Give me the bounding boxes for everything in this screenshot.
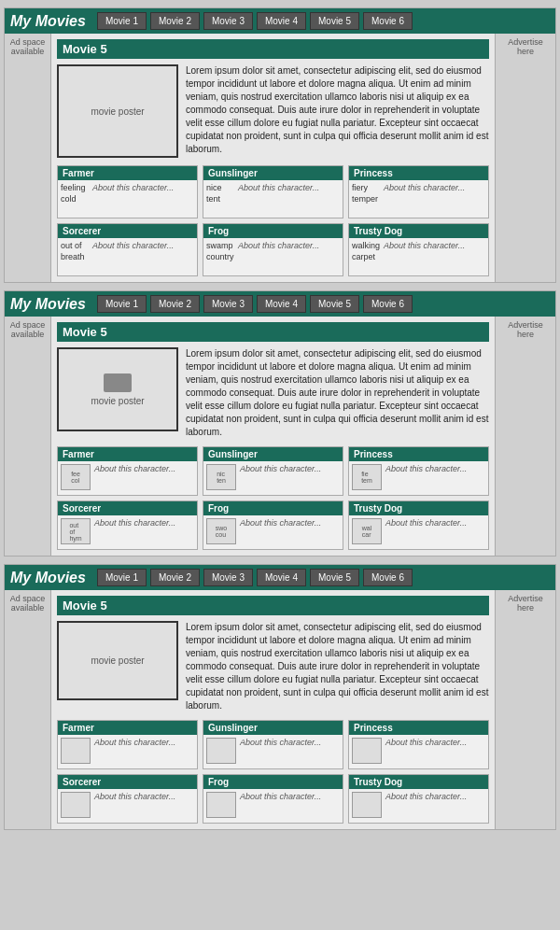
- char-about-trustydog-3[interactable]: About this character...: [385, 792, 485, 801]
- char-card-farmer-3: Farmer About this character...: [57, 720, 198, 769]
- char-img-princess-2: fietem: [352, 464, 382, 490]
- nav-bar-3: My Movies Movie 1 Movie 2 Movie 3 Movie …: [5, 565, 555, 590]
- char-about-trustydog-2[interactable]: About this character...: [385, 518, 485, 528]
- char-card-princess-1: Princess fierytemper About this characte…: [348, 165, 489, 218]
- char-about-sorcerer-2[interactable]: About this character...: [94, 518, 194, 528]
- movie-detail-1: movie poster Lorem ipsum dolor sit amet,…: [57, 64, 489, 158]
- char-trait-farmer-1: feelingcold: [61, 183, 89, 204]
- ad-left-1: Ad space available: [5, 34, 51, 282]
- char-body-trustydog-3: About this character...: [349, 789, 488, 823]
- char-body-trustydog-2: walcar About this character...: [349, 515, 488, 549]
- nav-bar-2: My Movies Movie 1 Movie 2 Movie 3 Movie …: [5, 291, 555, 317]
- char-body-gunslinger-3: About this character...: [203, 735, 343, 768]
- char-trait-sorcerer-1: out ofbreath: [61, 241, 89, 262]
- char-about-sorcerer-1[interactable]: About this character...: [92, 241, 194, 250]
- char-header-frog-3: Frog: [203, 775, 343, 789]
- char-body-sorcerer-1: out ofbreath About this character...: [58, 238, 197, 275]
- char-card-frog-2: Frog swocou About this character...: [203, 500, 343, 550]
- main-area-3: Movie 5 movie poster Lorem ipsum dolor s…: [51, 590, 495, 829]
- char-body-princess-2: fietem About this character...: [349, 461, 488, 495]
- movie-poster-3: movie poster: [57, 621, 178, 700]
- poster-icon-2: [104, 373, 132, 392]
- tab-movie2-1[interactable]: Movie 2: [150, 12, 200, 30]
- char-about-farmer-2[interactable]: About this character...: [94, 464, 194, 473]
- tab-movie2-3[interactable]: Movie 2: [150, 569, 200, 586]
- char-img-princess-3: [352, 738, 382, 764]
- char-trait-trustydog-1: walkingcarpet: [352, 241, 380, 262]
- char-body-trustydog-1: walkingcarpet About this character...: [349, 238, 488, 275]
- char-card-gunslinger-3: Gunslinger About this character...: [203, 720, 343, 769]
- char-about-frog-3[interactable]: About this character...: [240, 792, 340, 801]
- tab-movie2-2[interactable]: Movie 2: [150, 295, 200, 313]
- char-card-trustydog-3: Trusty Dog About this character...: [348, 774, 489, 824]
- char-img-frog-2: swocou: [206, 518, 236, 544]
- char-about-frog-2[interactable]: About this character...: [240, 518, 340, 528]
- char-img-farmer-2: feecol: [61, 464, 91, 490]
- char-card-frog-3: Frog About this character...: [203, 774, 343, 824]
- char-body-farmer-1: feelingcold About this character...: [58, 180, 197, 218]
- tab-movie6-1[interactable]: Movie 6: [363, 12, 413, 30]
- char-about-gunslinger-1[interactable]: About this character...: [238, 183, 340, 192]
- ad-right-2: Advertise here: [495, 317, 555, 556]
- ad-left-3: Ad space available: [5, 590, 51, 829]
- char-about-trustydog-1[interactable]: About this character...: [384, 241, 485, 250]
- tab-movie1-3[interactable]: Movie 1: [97, 569, 147, 586]
- char-img-trustydog-3: [352, 792, 382, 818]
- char-about-sorcerer-3[interactable]: About this character...: [94, 792, 194, 801]
- char-about-princess-3[interactable]: About this character...: [385, 738, 485, 747]
- char-body-frog-1: swampcountry About this character...: [203, 238, 343, 275]
- char-body-farmer-3: About this character...: [58, 735, 197, 768]
- tab-movie5-1[interactable]: Movie 5: [310, 12, 359, 30]
- char-header-frog-1: Frog: [203, 224, 343, 238]
- char-card-gunslinger-1: Gunslinger nicetent About this character…: [203, 165, 343, 218]
- movie-section-1: My Movies Movie 1 Movie 2 Movie 3 Movie …: [4, 7, 556, 283]
- tab-movie3-1[interactable]: Movie 3: [203, 12, 253, 30]
- tab-movie5-2[interactable]: Movie 5: [310, 295, 359, 313]
- tab-movie3-3[interactable]: Movie 3: [203, 569, 253, 586]
- char-header-gunslinger-2: Gunslinger: [203, 447, 343, 461]
- char-header-princess-2: Princess: [349, 447, 488, 461]
- char-body-gunslinger-2: nicten About this character...: [203, 461, 343, 495]
- char-card-princess-2: Princess fietem About this character...: [348, 446, 489, 496]
- char-body-princess-1: fierytemper About this character...: [349, 180, 488, 218]
- char-about-princess-1[interactable]: About this character...: [384, 183, 485, 192]
- tab-movie4-2[interactable]: Movie 4: [257, 295, 306, 313]
- char-card-sorcerer-3: Sorcerer About this character...: [57, 774, 198, 824]
- char-img-gunslinger-2: nicten: [206, 464, 236, 490]
- content-area-1: Ad space available Movie 5 movie poster …: [5, 34, 555, 282]
- char-trait-gunslinger-1: nicetent: [206, 183, 234, 204]
- tab-movie1-1[interactable]: Movie 1: [97, 12, 147, 30]
- char-grid-2: Farmer feecol About this character... Gu…: [57, 446, 489, 550]
- movie-poster-1: movie poster: [57, 64, 178, 158]
- poster-label-1: movie poster: [91, 106, 144, 117]
- char-card-sorcerer-1: Sorcerer out ofbreath About this charact…: [57, 223, 198, 276]
- tab-movie3-2[interactable]: Movie 3: [203, 295, 253, 313]
- tab-movie4-3[interactable]: Movie 4: [257, 569, 306, 586]
- char-about-farmer-3[interactable]: About this character...: [94, 738, 194, 747]
- ad-left-2: Ad space available: [5, 317, 51, 556]
- char-about-farmer-1[interactable]: About this character...: [92, 183, 194, 192]
- movie-title-1: Movie 5: [57, 39, 489, 59]
- tab-movie1-2[interactable]: Movie 1: [97, 295, 147, 313]
- char-about-princess-2[interactable]: About this character...: [385, 464, 485, 473]
- char-about-frog-1[interactable]: About this character...: [238, 241, 340, 250]
- char-img-sorcerer-3: [61, 792, 91, 818]
- tab-movie5-3[interactable]: Movie 5: [310, 569, 359, 586]
- tab-movie4-1[interactable]: Movie 4: [257, 12, 306, 30]
- site-title-3: My Movies: [10, 570, 86, 586]
- char-header-gunslinger-3: Gunslinger: [203, 721, 343, 735]
- char-img-sorcerer-2: outofhym: [61, 518, 91, 544]
- movie-title-3: Movie 5: [57, 596, 489, 615]
- char-body-sorcerer-3: About this character...: [58, 789, 197, 823]
- tab-movie6-3[interactable]: Movie 6: [363, 569, 413, 586]
- char-header-princess-3: Princess: [349, 721, 488, 735]
- site-title-2: My Movies: [10, 296, 86, 313]
- char-about-gunslinger-3[interactable]: About this character...: [240, 738, 340, 747]
- char-body-frog-3: About this character...: [203, 789, 343, 823]
- tab-movie6-2[interactable]: Movie 6: [363, 295, 413, 313]
- char-img-frog-3: [206, 792, 236, 818]
- char-grid-1: Farmer feelingcold About this character.…: [57, 165, 489, 276]
- page-wrapper: My Movies Movie 1 Movie 2 Movie 3 Movie …: [0, 0, 560, 841]
- char-body-frog-2: swocou About this character...: [203, 515, 343, 549]
- char-about-gunslinger-2[interactable]: About this character...: [240, 464, 340, 473]
